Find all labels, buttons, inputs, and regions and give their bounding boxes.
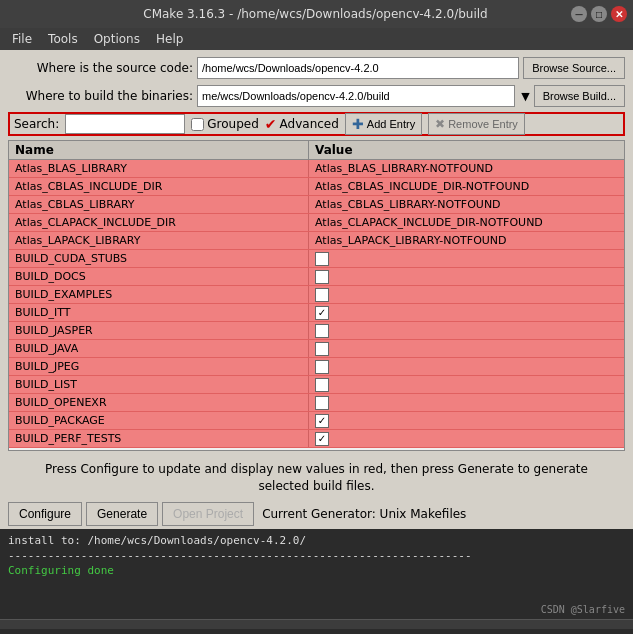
open-project-button: Open Project [162,502,254,526]
advanced-label: Advanced [280,117,339,131]
advanced-group: ✔ Advanced [265,116,339,132]
cell-checkbox[interactable] [315,288,329,302]
log-line: install to: /home/wcs/Downloads/opencv-4… [8,533,625,548]
add-entry-button[interactable]: ✚ Add Entry [345,113,422,135]
title-bar: CMake 3.16.3 - /home/wcs/Downloads/openc… [0,0,633,28]
horizontal-scrollbar[interactable] [0,619,633,629]
cell-name: BUILD_OPENEXR [9,394,309,411]
grouped-group: Grouped [191,117,259,131]
remove-entry-button[interactable]: ✖ Remove Entry [428,113,525,135]
cell-checkbox[interactable] [315,378,329,392]
cell-checkbox[interactable] [315,252,329,266]
table-row[interactable]: BUILD_JASPER [9,322,624,340]
table-row[interactable]: BUILD_JAVA [9,340,624,358]
table-row[interactable]: Atlas_BLAS_LIBRARYAtlas_BLAS_LIBRARY-NOT… [9,160,624,178]
cell-checkbox[interactable] [315,270,329,284]
cell-value [309,394,624,411]
cell-value [309,304,624,321]
add-icon: ✚ [352,116,364,132]
cell-name: Atlas_CLAPACK_INCLUDE_DIR [9,214,309,231]
cell-name: BUILD_DOCS [9,268,309,285]
cell-name: BUILD_PERF_TESTS [9,430,309,447]
table-row[interactable]: BUILD_LIST [9,376,624,394]
cell-checkbox[interactable] [315,324,329,338]
menu-options[interactable]: Options [86,30,148,48]
search-label: Search: [14,117,59,131]
cell-value [309,430,624,447]
cell-name: BUILD_JASPER [9,322,309,339]
minimize-button[interactable]: ─ [571,6,587,22]
table-row[interactable]: BUILD_PACKAGE [9,412,624,430]
cell-name: BUILD_JAVA [9,340,309,357]
cell-name: Atlas_BLAS_LIBRARY [9,160,309,177]
table-scroll[interactable]: Atlas_BLAS_LIBRARYAtlas_BLAS_LIBRARY-NOT… [9,160,624,450]
cell-name: BUILD_PACKAGE [9,412,309,429]
log-line: ----------------------------------------… [8,548,625,563]
cell-name: BUILD_LIST [9,376,309,393]
cell-name: BUILD_JPEG [9,358,309,375]
build-input[interactable] [197,85,515,107]
grouped-label: Grouped [207,117,259,131]
watermark: CSDN @Slarfive [541,604,625,615]
search-row: Search: Grouped ✔ Advanced ✚ Add Entry ✖… [8,112,625,136]
table-row[interactable]: BUILD_OPENEXR [9,394,624,412]
menu-help[interactable]: Help [148,30,191,48]
cell-value: Atlas_CBLAS_INCLUDE_DIR-NOTFOUND [309,178,624,195]
table-row[interactable]: BUILD_JPEG [9,358,624,376]
cell-value [309,268,624,285]
cell-name: BUILD_EXAMPLES [9,286,309,303]
table-row[interactable]: BUILD_EXAMPLES [9,286,624,304]
cell-checkbox[interactable] [315,306,329,320]
cell-value [309,250,624,267]
browse-source-button[interactable]: Browse Source... [523,57,625,79]
close-button[interactable]: ✕ [611,6,627,22]
table-row[interactable]: Atlas_CLAPACK_INCLUDE_DIRAtlas_CLAPACK_I… [9,214,624,232]
table-header: Name Value [9,141,624,160]
title-bar-text: CMake 3.16.3 - /home/wcs/Downloads/openc… [60,7,571,21]
cell-name: Atlas_CBLAS_INCLUDE_DIR [9,178,309,195]
advanced-check-icon: ✔ [265,116,277,132]
column-name-header: Name [9,141,309,159]
cell-checkbox[interactable] [315,360,329,374]
title-bar-controls: ─ □ ✕ [571,6,633,22]
cell-value [309,376,624,393]
cell-value [309,358,624,375]
remove-icon: ✖ [435,117,445,131]
source-label: Where is the source code: [8,61,193,75]
table-row[interactable]: BUILD_ITT [9,304,624,322]
configure-button[interactable]: Configure [8,502,82,526]
table-row[interactable]: Atlas_CBLAS_INCLUDE_DIRAtlas_CBLAS_INCLU… [9,178,624,196]
cell-value [309,412,624,429]
column-value-header: Value [309,141,624,159]
cell-checkbox[interactable] [315,432,329,446]
table-row[interactable]: Atlas_CBLAS_LIBRARYAtlas_CBLAS_LIBRARY-N… [9,196,624,214]
cell-name: BUILD_CUDA_STUBS [9,250,309,267]
table-row[interactable]: BUILD_CUDA_STUBS [9,250,624,268]
bottom-buttons: Configure Generate Open Project Current … [0,499,633,529]
cell-value [309,340,624,357]
menu-file[interactable]: File [4,30,40,48]
table-row[interactable]: BUILD_PERF_TESTS [9,430,624,448]
search-input[interactable] [65,114,185,134]
menu-tools[interactable]: Tools [40,30,86,48]
table-row[interactable]: BUILD_DOCS [9,268,624,286]
cell-value: Atlas_CLAPACK_INCLUDE_DIR-NOTFOUND [309,214,624,231]
source-row: Where is the source code: Browse Source.… [8,56,625,80]
generate-button[interactable]: Generate [86,502,158,526]
source-input[interactable] [197,57,519,79]
cell-checkbox[interactable] [315,342,329,356]
log-area: install to: /home/wcs/Downloads/opencv-4… [0,529,633,619]
cell-value [309,286,624,303]
generator-label: Current Generator: Unix Makefiles [258,507,470,521]
status-text: Press Configure to update and display ne… [0,457,633,499]
cell-value: Atlas_CBLAS_LIBRARY-NOTFOUND [309,196,624,213]
maximize-button[interactable]: □ [591,6,607,22]
log-line: Configuring done [8,563,625,578]
table-row[interactable]: Atlas_LAPACK_LIBRARYAtlas_LAPACK_LIBRARY… [9,232,624,250]
browse-build-button[interactable]: Browse Build... [534,85,625,107]
grouped-checkbox[interactable] [191,118,204,131]
cell-checkbox[interactable] [315,414,329,428]
cell-checkbox[interactable] [315,396,329,410]
build-label: Where to build the binaries: [8,89,193,103]
build-row: Where to build the binaries: ▼ Browse Bu… [8,84,625,108]
